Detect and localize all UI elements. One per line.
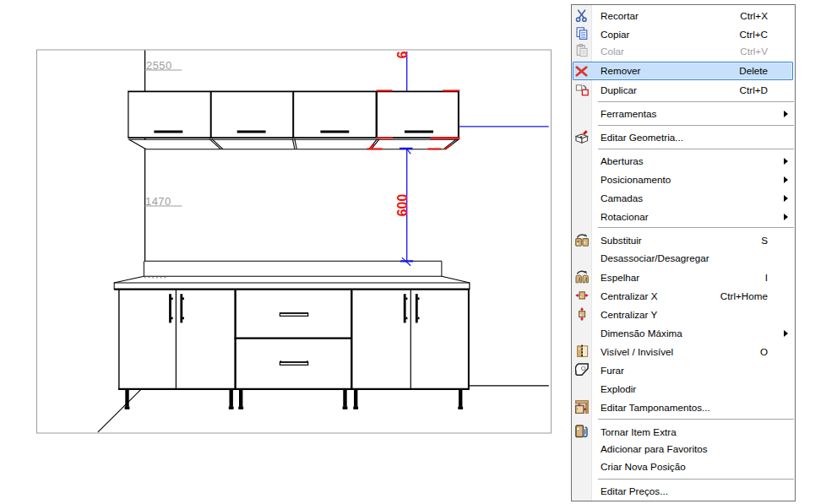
svg-text:009: 009 bbox=[394, 194, 409, 217]
svg-text:1470: 1470 bbox=[145, 195, 171, 208]
svg-text:9: 9 bbox=[394, 51, 409, 58]
svg-text:2550: 2550 bbox=[146, 59, 172, 72]
